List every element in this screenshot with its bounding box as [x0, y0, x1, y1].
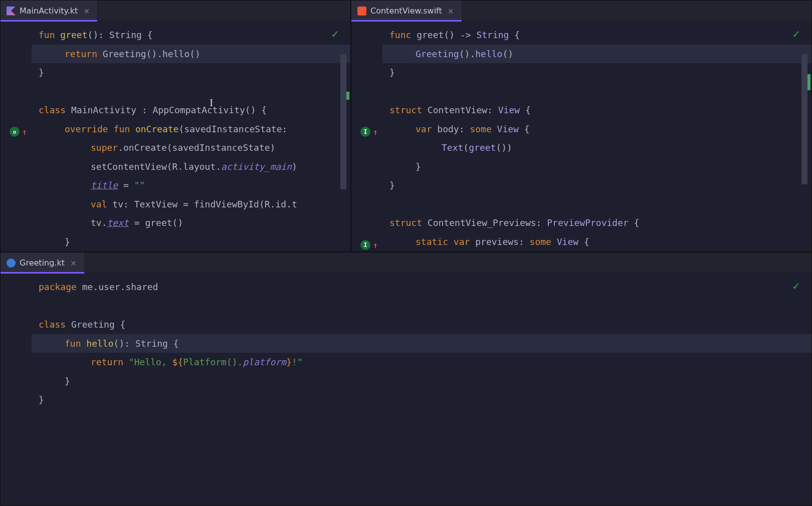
swift-file-icon [357, 7, 366, 16]
code-line[interactable]: return "Hello, ${Platform().platform}!" [32, 353, 811, 372]
code-token: val [91, 199, 112, 209]
gutter-right[interactable]: ↑ ↑ [351, 22, 382, 251]
code-line[interactable]: func greet() -> String { [382, 26, 811, 45]
code-line[interactable]: struct ContentView: View { [382, 101, 811, 120]
check-icon[interactable]: ✓ [793, 28, 799, 40]
tab-label: Greeting.kt [20, 258, 65, 268]
code-token: ()) [496, 142, 512, 153]
code-token: View [498, 105, 525, 115]
gutter-left[interactable]: ↑ [1, 22, 32, 251]
code-area-right[interactable]: func greet() -> String {Greeting().hello… [382, 22, 811, 251]
code-token: Greeting().hello() [103, 49, 200, 59]
code-token: } [65, 236, 70, 247]
code-line[interactable]: } [32, 63, 350, 82]
minimap-marker[interactable] [807, 74, 810, 90]
code-token: return [91, 357, 129, 367]
code-token: { [525, 105, 531, 115]
close-icon[interactable]: × [69, 258, 78, 268]
code-line[interactable]: struct ContentView_Previews: PreviewProv… [382, 213, 811, 232]
tab-contentview[interactable]: ContentView.swift × [351, 1, 462, 21]
code-token: : [142, 105, 153, 115]
tab-greeting[interactable]: Greeting.kt × [1, 252, 85, 273]
implement-gutter-icon[interactable] [360, 127, 370, 137]
code-line[interactable]: static var previews: some View { [382, 232, 811, 251]
code-token: fun [114, 124, 135, 134]
code-line[interactable]: super.onCreate(savedInstanceState) [32, 138, 350, 157]
code-line[interactable]: override fun onCreate(savedInstanceState… [32, 120, 350, 139]
code-area-bottom[interactable]: package me.user.sharedclass Greeting {fu… [32, 274, 811, 505]
code-line[interactable]: setContentView(R.layout.activity_main) [32, 157, 350, 176]
code-line[interactable] [32, 82, 350, 101]
kotlin-class-icon [7, 259, 16, 268]
code-line[interactable]: return Greeting().hello() [32, 45, 350, 64]
code-token: (savedInstanceState: [179, 124, 293, 134]
code-line[interactable]: } [32, 232, 350, 251]
code-token: tv. [91, 217, 107, 228]
code-token: { [524, 124, 530, 134]
code-token: title [91, 180, 118, 190]
code-token: return [65, 49, 103, 59]
code-token: } [39, 394, 44, 405]
code-token: ) [292, 161, 297, 172]
code-line[interactable]: fun hello(): String { [32, 334, 811, 353]
code-line[interactable]: val tv: TextView = findViewById(R.id.t [32, 195, 350, 214]
gutter-bottom[interactable] [1, 274, 32, 505]
code-token: } [389, 67, 395, 78]
code-line[interactable] [382, 82, 811, 101]
code-line[interactable]: class MainActivity : AppCompatActivity()… [32, 101, 350, 120]
code-line[interactable]: class Greeting { [32, 315, 811, 334]
code-line[interactable]: title = "" [32, 176, 350, 195]
code-line[interactable]: fun greet(): String { [32, 26, 350, 45]
code-line[interactable]: } [32, 390, 811, 409]
editor-body-left[interactable]: ↑ fun greet(): String {return Greeting()… [1, 22, 350, 251]
code-line[interactable] [382, 195, 811, 214]
check-icon[interactable]: ✓ [332, 28, 338, 40]
editor-body-bottom[interactable]: package me.user.sharedclass Greeting {fu… [1, 274, 811, 505]
code-token: Platform(). [183, 357, 243, 367]
code-token: "Hello, [129, 357, 172, 367]
tab-bar-right: ContentView.swift × [351, 1, 811, 22]
code-token: tv: TextView = findViewById(R.id.t [112, 199, 297, 209]
editor-body-right[interactable]: ↑ ↑ func greet() -> String {Greeting().h… [351, 22, 811, 251]
code-line[interactable]: } [32, 372, 811, 391]
code-line[interactable]: var body: some View { [382, 120, 811, 139]
tab-bar-bottom: Greeting.kt × [1, 252, 811, 274]
tab-mainactivity[interactable]: MainActivity.kt × [1, 1, 98, 21]
code-line[interactable]: } [382, 63, 811, 82]
code-token: String [109, 30, 147, 40]
code-token: ContentView: [428, 105, 498, 115]
check-icon[interactable]: ✓ [793, 280, 799, 292]
scrollbar-thumb[interactable] [340, 54, 346, 189]
code-token: some [470, 124, 497, 134]
close-icon[interactable]: × [82, 6, 91, 16]
code-token: func [389, 30, 417, 40]
code-line[interactable]: } [382, 157, 811, 176]
code-token: struct [389, 217, 428, 228]
implement-gutter-icon[interactable] [360, 240, 370, 250]
code-token: greet [469, 142, 496, 153]
tab-label: ContentView.swift [370, 6, 442, 16]
code-token: } [389, 180, 395, 190]
scrollbar-thumb[interactable] [801, 54, 807, 184]
editor-pane-right: ContentView.swift × ↑ ↑ func greet() -> … [351, 0, 812, 252]
minimap-marker[interactable] [346, 92, 349, 100]
code-area-left[interactable]: fun greet(): String {return Greeting().h… [32, 22, 350, 251]
code-token: me.user.shared [82, 282, 158, 292]
code-line[interactable]: tv.text = greet() [32, 213, 350, 232]
code-line[interactable]: Text(greet()) [382, 138, 811, 157]
code-token: = [118, 180, 134, 190]
code-token: } [416, 161, 421, 172]
close-icon[interactable]: × [446, 6, 456, 16]
code-token: setContentView(R.layout. [91, 161, 221, 172]
override-gutter-icon[interactable] [10, 127, 20, 137]
code-line[interactable]: } [382, 176, 811, 195]
code-token: "" [134, 180, 145, 190]
code-token: class [39, 319, 71, 330]
code-token: activity_main [221, 161, 292, 172]
code-token: previews: [475, 236, 529, 247]
code-line[interactable]: package me.user.shared [32, 278, 811, 297]
code-line[interactable]: Greeting().hello() [382, 45, 811, 64]
code-line[interactable] [32, 297, 811, 316]
editor-pane-left: MainActivity.kt × ↑ fun greet(): String … [0, 0, 351, 252]
code-token: package [39, 282, 82, 292]
